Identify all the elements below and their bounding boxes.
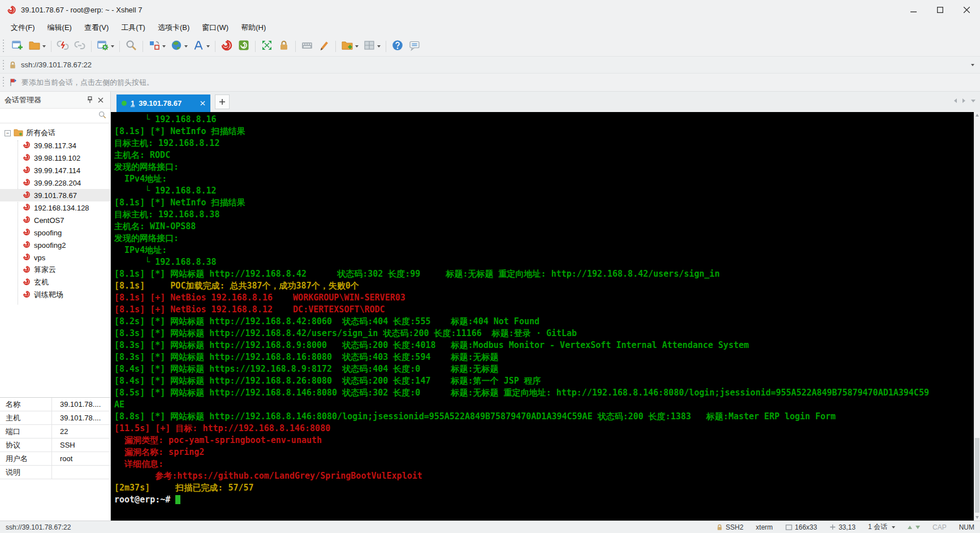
property-label: 主机 bbox=[0, 411, 52, 424]
scrollbar-thumb[interactable] bbox=[975, 438, 979, 513]
terminal[interactable]: └ 192.168.8.16[8.1s] [*] NetInfo 扫描结果目标主… bbox=[111, 112, 980, 521]
terminal-line: [8.5s] [*] 网站标题 http://192.168.8.146:808… bbox=[114, 387, 972, 399]
session-item[interactable]: 192.168.134.128 bbox=[0, 201, 110, 214]
session-item[interactable]: 39.98.117.34 bbox=[0, 139, 110, 152]
tab-close-icon[interactable] bbox=[200, 101, 205, 106]
session-item[interactable]: 39.98.119.102 bbox=[0, 152, 110, 164]
terminal-line: [8.1s] [*] 网站标题 http://192.168.8.42 状态码:… bbox=[114, 268, 972, 280]
tab-list-icon[interactable] bbox=[971, 100, 975, 102]
new-folder-dropdown-icon[interactable] bbox=[355, 45, 359, 48]
terminal-line: [8.1s] [+] NetBios 192.168.8.12 DC:VERTE… bbox=[114, 304, 972, 316]
toolbar-group bbox=[54, 38, 88, 55]
open-folder-dropdown-icon[interactable] bbox=[42, 45, 46, 48]
next-session-icon[interactable] bbox=[916, 526, 920, 529]
status-term-size: 166x33 bbox=[785, 523, 817, 531]
session-item[interactable]: CentOS7 bbox=[0, 214, 110, 226]
terminal-line: [8.8s] [*] 网站标题 http://192.168.8.146:808… bbox=[114, 411, 972, 423]
new-tab-button[interactable] bbox=[215, 94, 230, 109]
close-button[interactable] bbox=[953, 0, 980, 19]
highlighter-button[interactable] bbox=[316, 38, 332, 55]
menu-item-1[interactable]: 编辑(E) bbox=[41, 20, 78, 35]
font-dropdown-icon[interactable] bbox=[206, 45, 210, 48]
toolbar bbox=[0, 36, 980, 57]
session-label: 39.99.228.204 bbox=[34, 179, 81, 187]
globe-button[interactable] bbox=[169, 38, 189, 55]
tab-scroll-left-icon[interactable] bbox=[954, 98, 957, 103]
menu-item-0[interactable]: 文件(F) bbox=[5, 20, 41, 35]
session-item[interactable]: 39.99.147.114 bbox=[0, 164, 110, 177]
minimize-button[interactable] bbox=[900, 0, 927, 19]
xshell-icon bbox=[221, 39, 233, 54]
menu-item-2[interactable]: 查看(V) bbox=[78, 20, 115, 35]
help-button[interactable] bbox=[390, 38, 405, 55]
session-count-dropdown-icon bbox=[892, 526, 895, 528]
address-bar[interactable]: ssh://39.101.78.67:22 bbox=[0, 57, 980, 74]
session-item[interactable]: 39.99.228.204 bbox=[0, 177, 110, 189]
toolbar-group bbox=[123, 38, 140, 55]
session-item[interactable]: spoofing2 bbox=[0, 239, 110, 251]
tab-bar: 1 39.101.78.67 bbox=[111, 92, 980, 112]
disconnect-icon bbox=[57, 39, 69, 54]
scroll-down-icon[interactable] bbox=[975, 516, 979, 519]
new-folder-button[interactable] bbox=[339, 38, 360, 55]
lock-button[interactable] bbox=[276, 38, 292, 55]
globe-dropdown-icon[interactable] bbox=[184, 45, 188, 48]
toolbar-separator bbox=[143, 41, 143, 52]
folder-icon bbox=[14, 128, 23, 138]
bookmark-flag-icon[interactable] bbox=[9, 78, 17, 87]
reconnect-button[interactable] bbox=[72, 38, 88, 55]
feedback-button[interactable] bbox=[407, 38, 422, 55]
terminal-line: 参考:https://github.com/LandGrey/SpringBoo… bbox=[114, 470, 972, 482]
address-dropdown-icon[interactable] bbox=[971, 64, 974, 66]
transfer-button[interactable] bbox=[146, 38, 167, 55]
session-item[interactable]: 训练靶场 bbox=[0, 289, 110, 301]
font-button[interactable] bbox=[191, 38, 211, 55]
pin-icon[interactable] bbox=[84, 95, 96, 105]
info-bar: 要添加当前会话，点击左侧的箭头按钮。 bbox=[0, 74, 980, 92]
scroll-up-icon[interactable] bbox=[975, 114, 979, 117]
session-search-input[interactable] bbox=[0, 109, 110, 123]
session-properties-table: 名称39.101.78....主机39.101.78....端口22协议SSH用… bbox=[0, 397, 110, 521]
tab-scroll-right-icon[interactable] bbox=[962, 98, 965, 103]
session-item[interactable]: 玄机 bbox=[0, 276, 110, 289]
menu-item-3[interactable]: 工具(T) bbox=[115, 20, 152, 35]
terminal-scrollbar[interactable] bbox=[974, 112, 980, 521]
tab-session[interactable]: 1 39.101.78.67 bbox=[116, 94, 210, 112]
menu-item-5[interactable]: 窗口(W) bbox=[196, 20, 235, 35]
maximize-button[interactable] bbox=[927, 0, 953, 19]
session-item[interactable]: spoofing bbox=[0, 226, 110, 239]
xshell-button[interactable] bbox=[219, 38, 235, 55]
session-item[interactable]: 算家云 bbox=[0, 264, 110, 276]
fullscreen-button[interactable] bbox=[259, 38, 275, 55]
layout-dropdown-icon[interactable] bbox=[377, 45, 381, 48]
session-item[interactable]: vps bbox=[0, 251, 110, 264]
toolbar-separator bbox=[335, 41, 336, 52]
transfer-icon bbox=[148, 39, 161, 54]
session-properties-button[interactable] bbox=[95, 38, 116, 55]
open-folder-button[interactable] bbox=[27, 38, 48, 55]
property-value: SSH bbox=[52, 439, 110, 452]
session-properties-dropdown-icon[interactable] bbox=[111, 45, 114, 48]
terminal-line: 发现的网络接口: bbox=[114, 233, 972, 244]
new-session-button[interactable] bbox=[10, 38, 25, 55]
layout-button[interactable] bbox=[361, 38, 382, 55]
terminal-line: [11.5s] [+] 目标: http://192.168.8.146:808… bbox=[114, 423, 972, 435]
disconnect-button[interactable] bbox=[55, 38, 71, 55]
keyboard-button[interactable] bbox=[299, 38, 315, 55]
xftp-button[interactable] bbox=[236, 38, 252, 55]
prev-session-icon[interactable] bbox=[908, 526, 912, 529]
menu-item-4[interactable]: 选项卡(B) bbox=[152, 20, 196, 35]
status-term-type: xterm bbox=[756, 523, 773, 531]
find-button[interactable] bbox=[123, 38, 139, 55]
session-manager-title: 会话管理器 bbox=[5, 95, 41, 105]
encryption-icon bbox=[716, 524, 723, 531]
menu-item-6[interactable]: 帮助(H) bbox=[235, 20, 272, 35]
transfer-dropdown-icon[interactable] bbox=[162, 45, 166, 48]
session-item[interactable]: 39.101.78.67 bbox=[0, 189, 110, 201]
panel-close-icon[interactable] bbox=[96, 96, 106, 104]
collapse-icon[interactable]: − bbox=[5, 130, 11, 136]
toolbar-group bbox=[146, 38, 212, 55]
session-label: 192.168.134.128 bbox=[34, 204, 89, 212]
tree-root-all-sessions[interactable]: −所有会话 bbox=[0, 127, 110, 139]
status-session-count[interactable]: 1 会话 bbox=[868, 522, 895, 532]
